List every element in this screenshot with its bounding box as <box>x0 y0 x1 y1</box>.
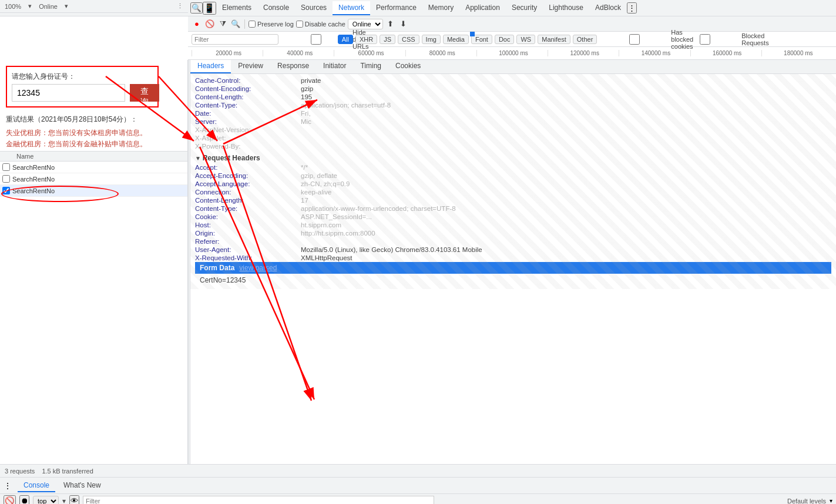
bottom-tab-console[interactable]: Console <box>18 479 55 492</box>
request-headers-title[interactable]: Request Headers <box>195 154 831 162</box>
webpage-content: 请您输入身份证号： 查询 重试结果（2021年05月28日10时54分）： 失业… <box>0 60 187 156</box>
clear-btn[interactable]: 🚫 <box>204 19 215 29</box>
tab-sources[interactable]: Sources <box>295 1 333 15</box>
tick-2: 40000 ms <box>263 50 334 56</box>
tick-9: 180000 ms <box>761 50 832 56</box>
hide-data-urls-label[interactable]: Hide data URLs <box>281 29 335 50</box>
blocked-cookies-label[interactable]: Has blocked cookies <box>599 29 667 50</box>
sub-tab-preview[interactable]: Preview <box>231 60 270 73</box>
console-record-btn[interactable]: ⏺ <box>19 495 29 504</box>
console-eye-icon[interactable]: 👁 <box>69 495 79 504</box>
network-list-panel: Name SearchRentNo SearchRentNo SearchRen… <box>0 151 187 197</box>
tab-security[interactable]: Security <box>506 1 543 15</box>
console-menu-icon[interactable]: ⋮ <box>4 481 12 490</box>
inspect-icon[interactable]: 🔍 <box>190 2 203 14</box>
separator <box>244 19 245 29</box>
tick-4: 80000 ms <box>405 50 476 56</box>
tab-elements[interactable]: Elements <box>216 1 257 15</box>
filter-ws-btn[interactable]: WS <box>516 35 535 44</box>
filter-icon[interactable]: ⧩ <box>217 19 228 29</box>
query-button[interactable]: 查询 <box>130 84 159 102</box>
tick-7: 140000 ms <box>619 50 690 56</box>
filter-js-btn[interactable]: JS <box>380 35 395 44</box>
req-header-host: Host: ht.sipprn.com <box>195 221 831 229</box>
sub-tab-timing[interactable]: Timing <box>353 60 388 73</box>
filter-img-btn[interactable]: Img <box>422 35 441 44</box>
req-header-connection: Connection: keep-alive <box>195 188 831 196</box>
bottom-tab-whats-new[interactable]: What's New <box>58 479 107 492</box>
console-context-select[interactable]: top <box>33 496 59 505</box>
resp-header-date: Date: Fri, <box>195 109 831 117</box>
bottom-tabs: ⋮ Console What's New <box>0 478 836 494</box>
preserve-log-checkbox[interactable] <box>249 21 256 28</box>
filter-doc-btn[interactable]: Doc <box>495 35 515 44</box>
blocked-cookies-checkbox[interactable] <box>599 34 670 45</box>
devtools-top-bar: 100% ▾ Online ▾ ⋮ 🔍 📱 Elements Console S… <box>0 0 836 16</box>
preserve-log-label[interactable]: Preserve log <box>249 21 294 28</box>
left-panel: 请您输入身份证号： 查询 重试结果（2021年05月28日10时54分）： 失业… <box>0 60 188 464</box>
filter-manifest-btn[interactable]: Manifest <box>538 35 570 44</box>
req-header-content-len: Content-Length: 17 <box>195 196 831 204</box>
net-item-2-checkbox[interactable] <box>2 175 10 183</box>
disable-cache-checkbox[interactable] <box>296 21 303 28</box>
device-icon[interactable]: 📱 <box>203 2 216 15</box>
resp-header-xaspnet: X-AspNet-Version: <box>195 126 831 134</box>
net-item-1-checkbox[interactable] <box>2 163 10 171</box>
tab-performance[interactable]: Performance <box>370 1 422 15</box>
console-clear-btn[interactable]: 🚫 <box>4 495 16 504</box>
net-item-2[interactable]: SearchRentNo <box>0 173 187 185</box>
blocked-requests-label[interactable]: Blocked Requests <box>670 32 731 46</box>
throttle-select[interactable]: Online <box>348 19 383 29</box>
tick-1: 20000 ms <box>192 50 263 56</box>
tick-8: 160000 ms <box>690 50 761 56</box>
sub-tab-response[interactable]: Response <box>270 60 316 73</box>
blocked-requests-checkbox[interactable] <box>670 34 740 45</box>
log-levels-label: Default levels <box>787 498 826 505</box>
sub-tab-cookies[interactable]: Cookies <box>388 60 428 73</box>
resp-header-cache: Cache-Control: private <box>195 76 831 85</box>
zoom-level: 100% <box>5 3 21 10</box>
cert-input[interactable] <box>12 84 125 102</box>
upload-icon[interactable]: ⬆ <box>385 19 396 29</box>
req-header-accept-enc: Accept-Encoding: gzip, deflate <box>195 172 831 180</box>
form-data-bar: Form Data view parsed <box>195 262 831 274</box>
tab-network[interactable]: Network <box>333 1 370 15</box>
record-btn[interactable]: ● <box>192 19 202 29</box>
filter-other-btn[interactable]: Other <box>573 35 597 44</box>
tab-console[interactable]: Console <box>257 1 295 15</box>
filter-all-btn[interactable]: All <box>338 35 353 44</box>
disable-cache-label[interactable]: Disable cache <box>296 21 345 28</box>
result-label: 重试结果（2021年05月28日10时54分）： <box>6 115 182 125</box>
filter-input[interactable] <box>192 34 278 45</box>
filter-bar: Hide data URLs All XHR JS CSS Img Media … <box>188 32 836 47</box>
filter-css-btn[interactable]: CSS <box>398 35 419 44</box>
transfer-size: 1.5 kB transferred <box>42 468 93 475</box>
sub-tab-headers[interactable]: Headers <box>190 60 231 73</box>
console-toolbar: 🚫 ⏺ top ▾ 👁 Default levels ▾ <box>0 494 836 504</box>
filter-media-btn[interactable]: Media <box>443 35 469 44</box>
tab-lighthouse[interactable]: Lighthouse <box>543 1 589 15</box>
req-header-accept-lang: Accept-Language: zh-CN, zh;q=0.9 <box>195 180 831 188</box>
right-panel: Headers Preview Response Initiator Timin… <box>190 60 836 464</box>
resp-header-length: Content-Length: 195 <box>195 93 831 101</box>
request-count: 3 requests <box>5 468 35 475</box>
req-header-xrequested: X-Requested-With: XMLHttpRequest <box>195 254 831 262</box>
sub-tabs: Headers Preview Response Initiator Timin… <box>190 60 836 74</box>
download-icon[interactable]: ⬇ <box>398 19 409 29</box>
tab-memory[interactable]: Memory <box>422 1 459 15</box>
net-list-header: Name <box>0 152 187 162</box>
console-filter-input[interactable] <box>83 496 434 505</box>
more-tabs-icon[interactable]: ⋮ <box>627 2 637 14</box>
sub-tab-initiator[interactable]: Initiator <box>316 60 353 73</box>
net-item-3-checkbox[interactable] <box>2 187 10 194</box>
net-item-1[interactable]: SearchRentNo <box>0 162 187 173</box>
search-icon[interactable]: 🔍 <box>230 19 241 29</box>
net-item-3[interactable]: SearchRentNo <box>0 185 187 197</box>
req-header-content-type: Content-Type: application/x-www-form-url… <box>195 204 831 213</box>
view-parsed-link[interactable]: view parsed <box>239 264 277 272</box>
tab-adblock[interactable]: AdBlock <box>589 1 627 15</box>
resp-header-server: Server: Mic <box>195 117 831 126</box>
form-box: 请您输入身份证号： 查询 <box>6 66 159 107</box>
filter-xhr-btn[interactable]: XHR <box>355 35 377 44</box>
tab-application[interactable]: Application <box>459 1 506 15</box>
